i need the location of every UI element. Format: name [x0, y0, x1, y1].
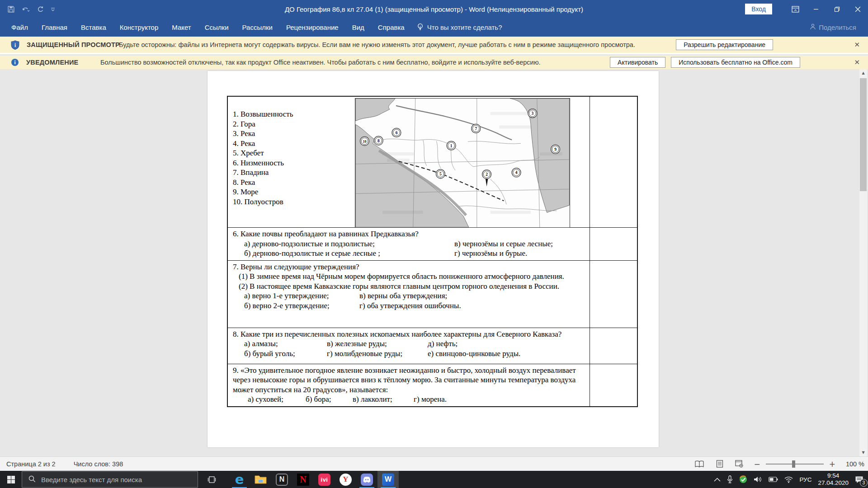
- question-text: (1) В зимнее время над Чёрным морем форм…: [233, 272, 585, 282]
- search-placeholder: Введите здесь текст для поиска: [41, 476, 142, 483]
- ribbon-tab-1[interactable]: Главная: [35, 18, 74, 37]
- activate-button[interactable]: Активировать: [610, 57, 665, 68]
- svg-text:2: 2: [486, 172, 488, 177]
- tell-me-box[interactable]: Что вы хотите сделать?: [417, 23, 502, 32]
- share-label: Поделиться: [819, 23, 856, 31]
- file-explorer-icon: [255, 474, 267, 484]
- close-icon[interactable]: ✕: [854, 58, 860, 66]
- taskbar-app-yandex[interactable]: Y: [335, 471, 356, 488]
- vertical-scrollbar[interactable]: ▲ ▼: [859, 69, 867, 456]
- ribbon-tab-2[interactable]: Вставка: [74, 18, 113, 37]
- answer-options-line: а) алмазы;в) железные руды;д) нефть;: [233, 339, 585, 349]
- scroll-up-icon[interactable]: ▲: [859, 69, 867, 77]
- page-indicator[interactable]: Страница 2 из 2: [6, 460, 56, 468]
- save-icon[interactable]: [7, 5, 15, 13]
- map-marker-1: 1: [447, 141, 456, 150]
- taskbar-app-file-explorer[interactable]: [250, 471, 271, 488]
- clock[interactable]: 9:54 27.04.2020: [818, 472, 849, 487]
- close-button[interactable]: [847, 0, 868, 18]
- tell-me-label: Что вы хотите сделать?: [427, 23, 502, 31]
- zoom-out-icon[interactable]: −: [754, 460, 760, 469]
- restore-button[interactable]: [826, 0, 847, 18]
- table-row: 1. Возвышенность2. Гора3. Река4. Река5. …: [228, 97, 637, 228]
- ribbon-tab-bar: ФайлГлавнаяВставкаКонструкторМакетСсылки…: [0, 18, 868, 37]
- taskbar-app-discord[interactable]: [356, 471, 377, 488]
- wifi-icon[interactable]: [784, 476, 793, 483]
- protected-view-message: Будьте осторожны: файлы из Интернета мог…: [119, 41, 635, 48]
- taskbar-search-input[interactable]: Введите здесь текст для поиска: [22, 471, 198, 488]
- word-icon: W: [382, 474, 394, 486]
- enable-editing-button[interactable]: Разрешить редактирование: [676, 39, 773, 50]
- signin-button[interactable]: Вход: [745, 4, 772, 14]
- web-layout-icon[interactable]: [735, 460, 743, 468]
- contour-map-image: 12345678910: [355, 98, 570, 228]
- answer-options-line: б) верно 2-е утверждение;г) оба утвержде…: [233, 301, 585, 311]
- question-title: 7. Верны ли следующие утверждения?: [233, 262, 585, 272]
- map-marker-7: 7: [472, 124, 481, 133]
- ribbon-tab-3[interactable]: Конструктор: [113, 18, 165, 37]
- microphone-icon[interactable]: [727, 475, 733, 483]
- antivirus-icon[interactable]: [739, 475, 747, 483]
- person-icon: [810, 23, 816, 31]
- speaker-icon[interactable]: [754, 476, 762, 483]
- answer-options-line: а) верно 1-е утверждение;в) верны оба ут…: [233, 291, 585, 301]
- zoom-level[interactable]: 100 %: [841, 460, 864, 468]
- answer-option: б) бора;: [306, 394, 353, 404]
- svg-text:9: 9: [554, 147, 557, 152]
- taskbar-app-word[interactable]: W: [377, 471, 399, 488]
- answer-option: в) железные руды;: [327, 339, 428, 349]
- ribbon-tab-7[interactable]: Рецензирование: [279, 18, 345, 37]
- question-cell: 9. «Это удивительное погодное явление во…: [228, 364, 590, 406]
- language-indicator[interactable]: РУС: [799, 476, 811, 483]
- taskbar-app-n[interactable]: N: [271, 471, 292, 488]
- discord-icon: [361, 474, 373, 486]
- ribbon-tab-5[interactable]: Ссылки: [198, 18, 236, 37]
- answer-option: в) верны оба утверждения;: [359, 291, 585, 301]
- taskbar-app-netflix[interactable]: N: [292, 471, 314, 488]
- svg-text:8: 8: [377, 139, 380, 143]
- redo-icon[interactable]: [37, 5, 44, 13]
- print-layout-icon[interactable]: [716, 460, 723, 468]
- use-free-office-button[interactable]: Использовать бесплатно на Office.com: [671, 57, 800, 68]
- battery-icon[interactable]: [769, 477, 778, 482]
- ribbon-tab-8[interactable]: Вид: [345, 18, 371, 37]
- zoom-slider[interactable]: [766, 464, 824, 465]
- word-application-window: ДО География 86,в кл 27.04 (1) (защищенн…: [0, 0, 868, 488]
- ribbon-tab-9[interactable]: Справка: [371, 18, 411, 37]
- taskbar-app-edge[interactable]: e: [229, 471, 250, 488]
- window-title: ДО География 86,в кл 27.04 (1) (защищенн…: [0, 0, 868, 18]
- read-mode-icon[interactable]: [695, 460, 704, 468]
- test-table: 1. Возвышенность2. Гора3. Река4. Река5. …: [227, 96, 638, 407]
- scrollbar-thumb[interactable]: [860, 78, 867, 191]
- ribbon-tab-6[interactable]: Рассылки: [236, 18, 279, 37]
- map-marker-8: 8: [374, 136, 383, 145]
- answer-option: г) морена.: [414, 394, 585, 404]
- minimize-button[interactable]: [806, 0, 826, 18]
- zoom-slider-thumb[interactable]: [792, 460, 795, 468]
- question-cell: 7. Верны ли следующие утверждения?(1) В …: [228, 261, 590, 328]
- start-button[interactable]: [0, 471, 22, 488]
- ribbon-tab-4[interactable]: Макет: [165, 18, 198, 37]
- word-count[interactable]: Число слов: 398: [74, 460, 123, 468]
- notifications-icon[interactable]: 3: [855, 476, 863, 483]
- close-icon[interactable]: ✕: [854, 41, 860, 49]
- chevron-up-icon[interactable]: [714, 478, 721, 482]
- netflix-icon: N: [297, 474, 309, 486]
- customize-quick-access-icon[interactable]: [50, 6, 56, 12]
- task-view-icon[interactable]: [201, 471, 222, 488]
- taskbar-app-ivi[interactable]: ivi: [314, 471, 335, 488]
- map-marker-5: 5: [436, 169, 445, 178]
- table-row: 9. «Это удивительное погодное явление во…: [228, 364, 637, 406]
- share-button[interactable]: Поделиться: [810, 23, 856, 31]
- undo-icon[interactable]: [21, 5, 30, 13]
- scroll-down-icon[interactable]: ▼: [859, 449, 867, 456]
- question-text: 9. «Это удивительное погодное явление во…: [233, 366, 585, 395]
- ribbon-display-options-icon[interactable]: [785, 0, 806, 18]
- ribbon-tab-file[interactable]: Файл: [5, 18, 35, 37]
- answer-option: г) чернозёмы и бурые.: [454, 249, 585, 258]
- zoom-in-icon[interactable]: +: [829, 460, 835, 469]
- info-icon: i: [11, 58, 19, 66]
- answer-option: г) молибденовые руды;: [327, 349, 428, 359]
- question-title: 8. Какие три из перечисленных полезных и…: [233, 329, 585, 339]
- map-marker-6: 6: [392, 128, 401, 137]
